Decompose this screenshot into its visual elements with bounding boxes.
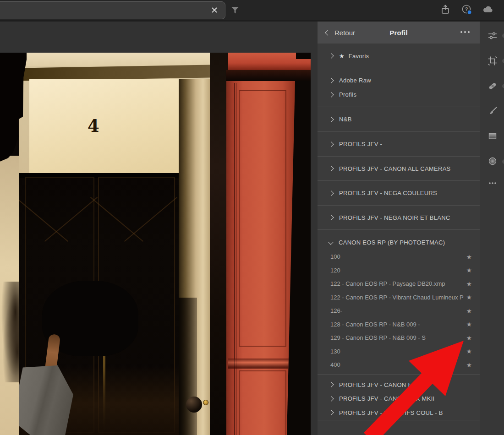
chevron-right-icon [329, 53, 334, 58]
profile-item-label: 129 - Canon EOS RP - N&B 009 - S [330, 334, 465, 341]
group-label: PROFILS JFV - CANON EOS R [339, 381, 427, 388]
chevron-right-icon [329, 382, 334, 387]
profile-item-label: 122 - Canon EOS RP - Vibrant Chaud Lumin… [330, 294, 465, 301]
crop-icon[interactable] [487, 55, 498, 66]
profile-item-row[interactable]: 122 - Canon EOS RP - Paysage DB20.xmp ★ [318, 277, 480, 291]
recess-shadow-strip [210, 53, 228, 435]
profile-item-label: 122 - Canon EOS RP - Paysage DB20.xmp [330, 280, 465, 287]
more-tools-icon[interactable] [487, 178, 498, 189]
door-knob [186, 397, 202, 413]
profile-star-icon[interactable]: ★ [466, 348, 472, 354]
section-jfv-canon-all: PROFILS JFV - CANON ALL CAMERAS [318, 157, 480, 181]
profile-item-label: 126- [330, 307, 465, 314]
group-row[interactable]: N&B [318, 112, 480, 126]
profile-item-row[interactable]: 130 ★ [318, 345, 480, 359]
filter-icon[interactable] [229, 4, 241, 16]
profile-star-icon[interactable]: ★ [466, 335, 472, 341]
chevron-right-icon [329, 117, 334, 122]
group-row[interactable]: PROFILS JFV - CANON 1DX MKII [318, 392, 480, 406]
section-bottom-groups: PROFILS JFV - CANON EOS R PROFILS JFV - … [318, 375, 480, 420]
brush-icon[interactable] [487, 106, 498, 117]
favorite-star-icon: ★ [339, 53, 345, 59]
section-adobe: Adobe Raw Profils [318, 68, 480, 107]
chevron-right-icon [329, 166, 334, 171]
profile-item-row[interactable]: 128 - Canon EOS RP - N&B 009 - ★ [318, 318, 480, 332]
profile-item-row[interactable]: 129 - Canon EOS RP - N&B 009 - S ★ [318, 331, 480, 345]
linear-gradient-icon[interactable] [487, 130, 498, 141]
profile-star-icon[interactable]: ★ [466, 308, 472, 314]
help-icon[interactable]: ? [461, 4, 473, 16]
chevron-down-icon [328, 239, 333, 245]
search-input[interactable] [0, 6, 225, 15]
chevron-right-icon [329, 396, 334, 401]
group-row[interactable]: PROFILS JFV - CANON ALL CAMERAS [318, 162, 480, 176]
expanded-group-header[interactable]: CANON EOS RP (BY PHOTOETMAC) [318, 235, 480, 250]
favorites-label: Favoris [349, 53, 369, 60]
group-label: PROFILS JFV - NEGA NOIR ET BLANC [339, 214, 450, 221]
clear-search-icon[interactable] [210, 6, 219, 14]
cut-button-edge [502, 33, 504, 38]
chevron-right-icon [329, 215, 334, 220]
profile-item-row[interactable]: 100 ★ [318, 250, 480, 264]
chevron-right-icon [329, 141, 334, 147]
group-label: PROFILS JFV - CANON 1DX MKII [339, 395, 434, 402]
chevron-right-icon [329, 190, 334, 196]
profile-item-label: 130 [330, 348, 465, 355]
group-label: PROFILS JFV - CANON ALL CAMERAS [339, 165, 451, 172]
search-box[interactable] [0, 1, 225, 19]
section-canon-eos-rp: CANON EOS RP (BY PHOTOETMAC) 100 ★ 120 ★… [318, 230, 480, 375]
cornice-shadow [226, 70, 311, 81]
profile-star-icon[interactable]: ★ [466, 321, 472, 327]
wall-lintel [19, 53, 210, 66]
share-icon[interactable] [439, 4, 451, 16]
top-bar: ? [0, 0, 504, 22]
cut-button-edge [502, 159, 504, 164]
profile-item-label: 128 - Canon EOS RP - N&B 009 - [330, 321, 465, 328]
section-nb: N&B [318, 107, 480, 132]
group-label: Adobe Raw [339, 77, 371, 84]
group-row[interactable]: PROFILS JFV - [318, 137, 480, 151]
jamb-bottom-shadow [179, 298, 197, 435]
profile-item-row[interactable]: 120 ★ [318, 264, 480, 277]
chevron-right-icon [329, 92, 334, 97]
keyhole [203, 400, 208, 405]
cloud-icon[interactable] [482, 4, 494, 16]
panel-more-button[interactable] [460, 31, 470, 33]
group-row[interactable]: PROFILS JFV - NEGATIFS COUL - B [318, 406, 480, 420]
profile-star-icon[interactable]: ★ [466, 362, 472, 368]
group-label: Profils [339, 91, 356, 98]
profile-star-icon[interactable]: ★ [466, 281, 472, 287]
group-row-profils[interactable]: Profils [318, 87, 480, 102]
profile-item-row[interactable]: 122 - Canon EOS RP - Vibrant Chaud Lumin… [318, 291, 480, 304]
group-label: PROFILS JFV - NEGA COULEURS [339, 190, 437, 196]
profile-panel: Retour Profil ★ Favoris Adobe Raw Profil… [318, 20, 480, 435]
group-row[interactable]: PROFILS JFV - CANON EOS R [318, 378, 480, 392]
chevron-right-icon [329, 78, 334, 83]
red-door [226, 81, 295, 435]
profile-item-label: 400 [330, 361, 465, 368]
group-row-adobe-raw[interactable]: Adobe Raw [318, 73, 480, 87]
pillar-shadow [0, 282, 19, 382]
group-row[interactable]: PROFILS JFV - NEGA NOIR ET BLANC [318, 211, 480, 225]
cut-button-edge [502, 84, 504, 88]
group-row[interactable]: PROFILS JFV - NEGA COULEURS [318, 186, 480, 200]
profile-item-row[interactable]: 126- ★ [318, 304, 480, 318]
group-label: N&B [339, 116, 352, 123]
edit-sliders-icon[interactable] [487, 30, 498, 41]
red-door-molding [228, 359, 292, 369]
sunlit-wall: 4 [29, 79, 179, 174]
profile-item-row[interactable]: 400 ★ [318, 358, 480, 372]
favorites-row[interactable]: ★ Favoris [318, 49, 480, 63]
section-jfv: PROFILS JFV - [318, 132, 480, 157]
panel-title: Profil [318, 29, 480, 37]
profile-star-icon[interactable]: ★ [466, 254, 472, 260]
panel-header: Retour Profil [318, 22, 480, 44]
tool-rail [480, 20, 504, 435]
healing-brush-icon[interactable] [487, 81, 498, 92]
red-door-lower-panel [239, 370, 286, 435]
radial-gradient-icon[interactable] [487, 156, 498, 167]
profile-star-icon[interactable]: ★ [466, 294, 472, 300]
section-jfv-nega-couleurs: PROFILS JFV - NEGA COULEURS [318, 181, 480, 206]
profile-star-icon[interactable]: ★ [466, 267, 472, 273]
photo-workspace: 4 [0, 20, 318, 435]
